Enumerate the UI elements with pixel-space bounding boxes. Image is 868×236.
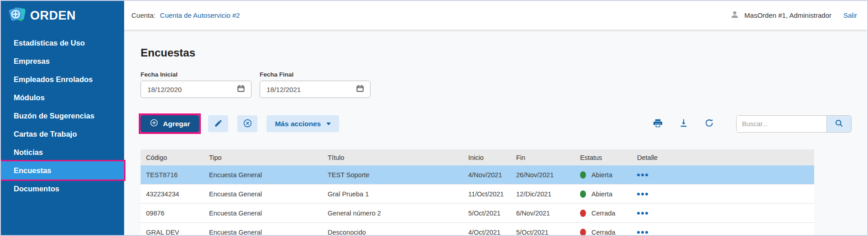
more-actions-button[interactable]: Más acciones xyxy=(267,115,339,132)
status-dot xyxy=(580,229,586,236)
toolbar-right xyxy=(653,115,852,133)
search-input[interactable] xyxy=(737,116,826,132)
cell-codigo: 432234234 xyxy=(141,190,204,198)
chevron-down-icon xyxy=(326,123,331,125)
cell-titulo: General número 2 xyxy=(322,210,463,217)
magnifier-icon xyxy=(834,118,844,129)
surveys-table: CódigoTipoTítuloInicioFinEstatusDetalle … xyxy=(141,149,814,235)
detail-ellipsis-button[interactable] xyxy=(637,212,653,215)
sidebar-item-m-dulos[interactable]: Módulos xyxy=(1,88,124,107)
sidebar-item-noticias[interactable]: Noticias xyxy=(1,143,124,161)
cell-detalle xyxy=(632,231,814,234)
refresh-icon xyxy=(704,118,714,129)
printer-icon xyxy=(653,118,663,130)
sidebar-nav: Estadísticas de UsoEmpresasEmpleados Enr… xyxy=(1,34,124,198)
cell-inicio: 4/Nov/2021 xyxy=(463,171,511,179)
person-icon xyxy=(730,10,740,21)
plus-circle-icon xyxy=(150,118,158,129)
cell-titulo: TEST Soporte xyxy=(322,171,463,179)
status-label: Abierta xyxy=(591,190,612,198)
table-toolbar: Agregar xyxy=(141,113,852,134)
cell-fin: 26/Nov/2021 xyxy=(511,171,575,179)
end-date-box xyxy=(260,81,371,98)
sidebar-item-empleados-enrolados[interactable]: Empleados Enrolados xyxy=(1,70,124,88)
cell-detalle xyxy=(632,174,814,176)
cell-estatus: Abierta xyxy=(575,190,632,198)
sidebar-item-encuestas[interactable]: Encuestas xyxy=(1,161,124,180)
download-button[interactable] xyxy=(679,118,689,129)
cell-detalle xyxy=(632,212,814,215)
content: Encuestas Fecha Inicial xyxy=(124,30,867,235)
topbar: Cuenta: Cuenta de Autoservicio #2 MasOrd… xyxy=(124,1,867,30)
end-date-input[interactable] xyxy=(267,86,356,93)
page-title: Encuestas xyxy=(141,46,852,59)
circle-x-icon xyxy=(243,118,252,129)
account-link[interactable]: Cuenta de Autoservicio #2 xyxy=(160,11,240,19)
cell-titulo: Gral Prueba 1 xyxy=(322,190,463,198)
search-group xyxy=(736,115,852,133)
detail-ellipsis-button[interactable] xyxy=(637,193,653,195)
cancel-button[interactable] xyxy=(237,115,257,132)
pencil-icon xyxy=(214,119,223,129)
add-button[interactable]: Agregar xyxy=(141,115,199,132)
cell-estatus: Abierta xyxy=(575,171,632,179)
logout-link[interactable]: Salir xyxy=(843,11,857,19)
topbar-user-area: MasOrden #1, Administrador Salir xyxy=(730,10,857,21)
print-button[interactable] xyxy=(653,118,663,130)
refresh-button[interactable] xyxy=(704,118,714,129)
sidebar-item-empresas[interactable]: Empresas xyxy=(1,52,124,70)
account-label: Cuenta: xyxy=(131,11,156,19)
detail-ellipsis-button[interactable] xyxy=(637,231,653,234)
status-label: Cerrada xyxy=(591,210,615,217)
user-name: MasOrden #1, Administrador xyxy=(744,11,831,19)
date-filters: Fecha Inicial Fecha Final xyxy=(141,71,852,98)
calendar-icon[interactable] xyxy=(236,84,246,95)
add-button-highlight: Agregar xyxy=(141,115,199,132)
sidebar-item-estad-sticas-de-uso[interactable]: Estadísticas de Uso xyxy=(1,34,124,52)
status-dot xyxy=(580,190,586,198)
cell-codigo: GRAL DEV xyxy=(141,229,204,236)
table-row[interactable]: GRAL DEVEncuesta GeneralDesconocido4/Oct… xyxy=(141,223,814,235)
sidebar-item-cartas-de-trabajo[interactable]: Cartas de Trabajo xyxy=(1,125,124,143)
cell-fin: 12/Dic/2021 xyxy=(511,190,575,198)
more-actions-label: Más acciones xyxy=(275,120,321,128)
edit-button[interactable] xyxy=(208,115,228,132)
add-button-label: Agregar xyxy=(163,120,190,128)
start-date-input[interactable] xyxy=(147,86,236,93)
orden-logo-icon xyxy=(7,5,28,27)
cell-fin: 6/Nov/2021 xyxy=(511,210,575,217)
cell-tipo: Encuesta General xyxy=(204,229,322,236)
logo: ORDEN xyxy=(1,1,124,26)
table-header-row: CódigoTipoTítuloInicioFinEstatusDetalle xyxy=(141,149,814,165)
cell-codigo: 09876 xyxy=(141,210,204,217)
cell-inicio: 4/Oct/2021 xyxy=(463,229,511,236)
table-row[interactable]: TEST8716Encuesta GeneralTEST Soporte4/No… xyxy=(141,165,814,185)
table-body: TEST8716Encuesta GeneralTEST Soporte4/No… xyxy=(141,165,814,235)
table-row[interactable]: 09876Encuesta GeneralGeneral número 25/O… xyxy=(141,204,814,223)
start-date-filter: Fecha Inicial xyxy=(141,71,251,98)
cell-titulo: Desconocido xyxy=(322,229,463,236)
search-button[interactable] xyxy=(826,116,851,132)
column-header-tipo: Tipo xyxy=(204,154,322,161)
column-header-inicio: Inicio xyxy=(463,154,511,161)
cell-inicio: 5/Oct/2021 xyxy=(463,210,511,217)
app-window: ORDEN Estadísticas de UsoEmpresasEmplead… xyxy=(0,0,868,236)
column-header-fin: Fin xyxy=(511,154,575,161)
column-header-detalle: Detalle xyxy=(632,154,814,161)
status-dot xyxy=(580,210,586,217)
cell-inicio: 11/Oct/2021 xyxy=(463,190,511,198)
start-date-label: Fecha Inicial xyxy=(141,71,251,78)
sidebar-item-documentos[interactable]: Documentos xyxy=(1,180,124,198)
status-label: Cerrada xyxy=(591,229,615,236)
column-header-estatus: Estatus xyxy=(575,154,632,161)
cell-tipo: Encuesta General xyxy=(204,210,322,217)
column-header-t-tulo: Título xyxy=(322,154,463,161)
calendar-icon[interactable] xyxy=(356,84,365,95)
logo-text: ORDEN xyxy=(30,9,76,23)
column-header-c-digo: Código xyxy=(141,154,204,161)
main-column: Cuenta: Cuenta de Autoservicio #2 MasOrd… xyxy=(124,1,867,235)
detail-ellipsis-button[interactable] xyxy=(637,174,653,176)
cell-tipo: Encuesta General xyxy=(204,190,322,198)
sidebar-item-buz-n-de-sugerencias[interactable]: Buzón de Sugerencias xyxy=(1,107,124,125)
table-row[interactable]: 432234234Encuesta GeneralGral Prueba 111… xyxy=(141,185,814,204)
